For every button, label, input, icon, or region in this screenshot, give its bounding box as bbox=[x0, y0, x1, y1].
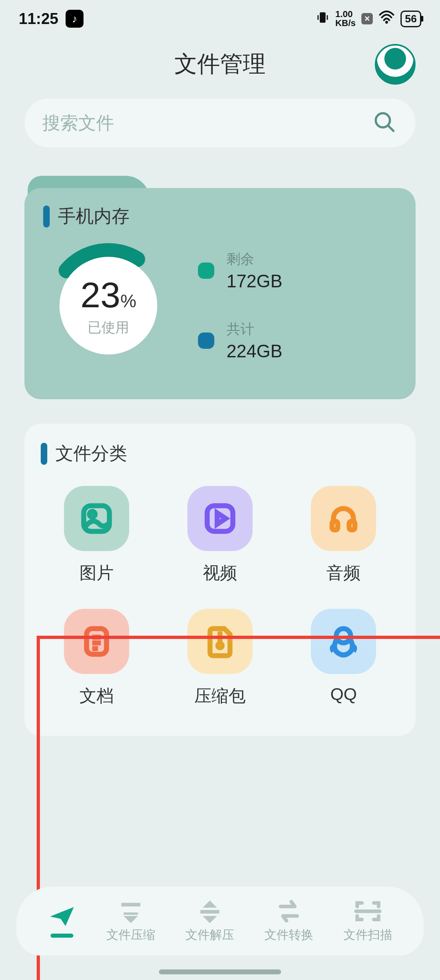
category-docs[interactable]: 文档 bbox=[64, 609, 129, 707]
search-placeholder: 搜索文件 bbox=[42, 111, 114, 135]
decompress-icon bbox=[196, 899, 224, 923]
convert-icon bbox=[275, 899, 303, 923]
network-speed: 1.00 KB/s bbox=[335, 10, 356, 28]
tab-home[interactable] bbox=[48, 904, 76, 938]
svg-point-13 bbox=[337, 629, 351, 643]
battery-icon: 56 bbox=[400, 11, 421, 27]
section-marker-icon bbox=[43, 206, 50, 228]
tiktok-icon: ♪ bbox=[66, 10, 84, 28]
home-indicator bbox=[159, 969, 281, 974]
page-title: 文件管理 bbox=[174, 49, 266, 80]
svg-point-3 bbox=[385, 21, 388, 24]
category-archive[interactable]: 压缩包 bbox=[187, 609, 253, 707]
x-icon: × bbox=[361, 13, 373, 24]
paper-plane-icon bbox=[48, 904, 76, 929]
svg-rect-1 bbox=[317, 15, 319, 20]
qq-penguin-icon bbox=[311, 609, 376, 674]
category-video[interactable]: 视频 bbox=[187, 486, 253, 584]
svg-rect-10 bbox=[349, 521, 355, 530]
svg-rect-2 bbox=[327, 15, 328, 20]
header: 文件管理 bbox=[0, 49, 440, 80]
document-icon bbox=[64, 609, 129, 674]
category-audio[interactable]: 音频 bbox=[311, 486, 376, 584]
search-input[interactable]: 搜索文件 bbox=[24, 98, 416, 147]
wifi-icon bbox=[378, 11, 395, 27]
tab-scan[interactable]: 文件扫描 bbox=[343, 899, 392, 943]
storage-used-label: 已使用 bbox=[88, 318, 129, 337]
zip-icon bbox=[187, 609, 253, 674]
image-icon bbox=[64, 486, 129, 551]
section-marker-icon bbox=[41, 443, 47, 465]
bottom-nav: 文件压缩 文件解压 文件转换 文件扫描 bbox=[16, 886, 424, 956]
status-bar: 11:25 ♪ 1.00 KB/s × 56 bbox=[0, 0, 440, 31]
search-icon bbox=[374, 112, 395, 134]
svg-rect-0 bbox=[320, 12, 326, 23]
scan-icon bbox=[354, 899, 382, 923]
svg-point-7 bbox=[89, 512, 95, 517]
svg-rect-9 bbox=[332, 521, 338, 530]
tab-decompress[interactable]: 文件解压 bbox=[185, 899, 234, 943]
tab-compress[interactable]: 文件压缩 bbox=[106, 899, 155, 943]
dot-blue-icon bbox=[198, 332, 214, 349]
status-time: 11:25 bbox=[19, 10, 58, 28]
avatar[interactable] bbox=[375, 44, 416, 85]
compress-icon bbox=[117, 899, 145, 923]
storage-total: 共计 224GB bbox=[198, 320, 397, 361]
category-qq[interactable]: QQ bbox=[311, 609, 376, 707]
tab-convert[interactable]: 文件转换 bbox=[264, 899, 313, 943]
svg-point-12 bbox=[218, 643, 222, 648]
storage-gauge: 23% 已使用 bbox=[43, 241, 174, 371]
categories-title: 文件分类 bbox=[55, 442, 127, 466]
headphones-icon bbox=[311, 486, 376, 551]
vibrate-icon bbox=[316, 11, 330, 27]
storage-remaining: 剩余 172GB bbox=[198, 250, 397, 291]
video-icon bbox=[187, 486, 253, 551]
category-images[interactable]: 图片 bbox=[64, 486, 129, 584]
storage-card[interactable]: 手机内存 23% 已使用 剩余 172GB bbox=[24, 188, 416, 399]
categories-card: 文件分类 图片 视频 音频 文档 bbox=[24, 424, 416, 736]
dot-green-icon bbox=[198, 262, 214, 279]
storage-used-pct: 23 bbox=[80, 275, 120, 315]
